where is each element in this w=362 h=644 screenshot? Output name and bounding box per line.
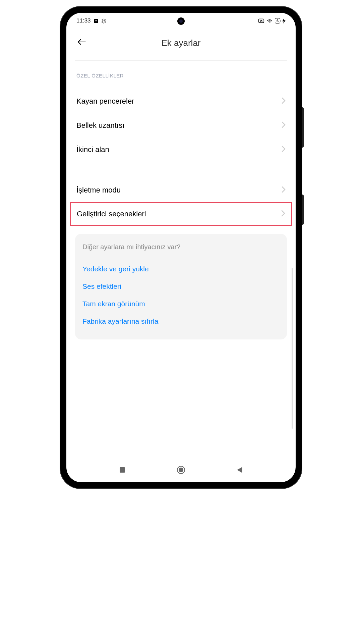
list-item-second-space[interactable]: İkinci alan [75,138,287,162]
chevron-right-icon [282,97,286,106]
suggestions-card: Diğer ayarlara mı ihtiyacınız var? Yedek… [75,234,287,339]
section-header: ÖZEL ÖZELLİKLER [75,73,287,78]
charging-icon [282,18,286,23]
suggestion-link-fullscreen[interactable]: Tam ekran görünüm [82,295,280,313]
battery-icon: 6 [275,18,280,23]
divider [75,60,287,61]
upload-icon [94,18,99,23]
svg-point-4 [179,468,183,472]
list-item-label: İkinci alan [76,145,109,154]
no-sim-icon [258,18,264,23]
status-left: 11:33 [76,17,106,24]
back-button[interactable] [75,36,88,50]
status-time: 11:33 [76,17,91,24]
layers-icon [101,18,106,23]
suggestion-link-sound[interactable]: Ses efektleri [82,278,280,295]
suggestions-title: Diğer ayarlara mı ihtiyacınız var? [82,243,280,251]
page-title: Ek ayarlar [161,38,200,48]
list-item-memory-extension[interactable]: Bellek uzantısı [75,113,287,138]
chevron-right-icon [281,209,285,219]
phone-side-button-2 [302,195,304,225]
battery-level: 6 [277,19,279,23]
section-divider [75,170,287,170]
list-item-label: Kayan pencereler [76,97,134,106]
phone-side-button-1 [302,107,304,148]
list-item-developer-options[interactable]: Geliştirici seçenekleri [70,202,292,226]
list-item-label: İşletme modu [76,186,121,195]
list-item-floating-windows[interactable]: Kayan pencereler [75,89,287,113]
header: Ek ayarlar [66,27,296,60]
navigation-bar [66,455,296,482]
list-item-label: Bellek uzantısı [76,121,124,130]
suggestion-link-backup[interactable]: Yedekle ve geri yükle [82,260,280,278]
suggestion-link-factory-reset[interactable]: Fabrika ayarlarına sıfırla [82,313,280,330]
list-item-label: Geliştirici seçenekleri [77,210,146,218]
content: ÖZEL ÖZELLİKLER Kayan pencereler Bellek … [66,60,296,455]
screen: 11:33 6 [66,13,296,482]
chevron-right-icon [282,145,286,154]
scroll-indicator[interactable] [292,268,293,429]
chevron-right-icon [282,185,286,195]
nav-home-button[interactable] [176,465,186,475]
status-right: 6 [258,18,286,23]
wifi-icon [266,18,273,23]
phone-frame: 11:33 6 [60,7,302,488]
camera-notch [177,17,185,25]
list-item-enterprise-mode[interactable]: İşletme modu [75,178,287,202]
chevron-right-icon [282,121,286,130]
svg-rect-2 [120,467,125,473]
nav-recents-button[interactable] [117,465,127,475]
nav-back-button[interactable] [235,465,245,475]
